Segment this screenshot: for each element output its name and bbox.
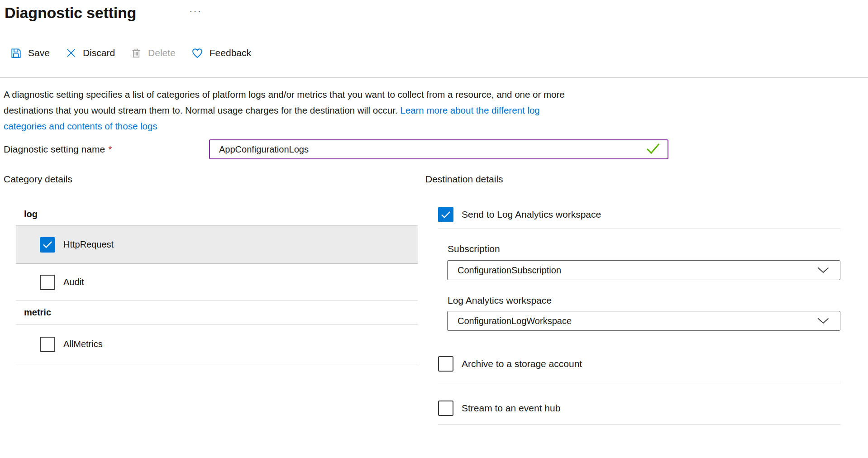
description-line: categories and contents of those logs (4, 118, 682, 134)
category-details-panel: log HttpRequest Audit metric AllMetrics (16, 203, 418, 364)
divider (438, 229, 840, 229)
archive-storage-label: Archive to a storage account (462, 358, 582, 369)
stream-event-hub-label: Stream to an event hub (462, 403, 560, 414)
archive-storage-row: Archive to a storage account (438, 356, 582, 372)
trash-can-icon (130, 47, 142, 59)
send-to-log-analytics-checkbox[interactable] (438, 207, 453, 222)
subscription-dropdown[interactable]: ConfigurationSubscription (447, 260, 840, 280)
subscription-label: Subscription (448, 243, 500, 254)
send-to-log-analytics-label: Send to Log Analytics workspace (462, 209, 601, 220)
log-analytics-workspace-label: Log Analytics workspace (448, 295, 552, 306)
diagnostic-setting-name-input[interactable] (219, 144, 640, 155)
allmetrics-label: AllMetrics (63, 339, 103, 349)
audit-label: Audit (63, 277, 84, 287)
send-to-log-analytics-row: Send to Log Analytics workspace (438, 206, 601, 223)
save-icon (10, 47, 22, 59)
discard-label: Discard (83, 48, 115, 58)
destination-details-panel: Send to Log Analytics workspace Subscrip… (438, 203, 840, 429)
feedback-button[interactable]: Feedback (189, 47, 253, 59)
diagnostic-setting-name-label: Diagnostic setting name * (4, 139, 112, 159)
x-mark-icon (65, 47, 77, 59)
log-analytics-workspace-dropdown[interactable]: ConfigurationLogWorkspace (447, 311, 840, 331)
category-details-title: Category details (4, 174, 72, 185)
save-label: Save (28, 48, 50, 58)
heart-icon (191, 47, 204, 59)
chevron-down-icon (817, 267, 829, 273)
command-bar: Save Discard Delete Feedback (8, 43, 253, 63)
feedback-label: Feedback (210, 48, 251, 58)
archive-storage-checkbox[interactable] (438, 356, 453, 372)
valid-check-icon (646, 143, 660, 156)
page-title: Diagnostic setting (5, 3, 136, 23)
more-options-button[interactable]: ··· (189, 5, 202, 18)
httprequest-checkbox[interactable] (40, 237, 55, 253)
save-button[interactable]: Save (8, 47, 52, 59)
httprequest-label: HttpRequest (63, 239, 114, 250)
description-text: A diagnostic setting specifies a list of… (4, 89, 565, 100)
delete-label: Delete (148, 48, 176, 58)
category-row-audit: Audit (16, 264, 418, 301)
description-text: destinations that you would stream them … (4, 105, 400, 115)
chevron-down-icon (817, 318, 829, 324)
category-group-log: log (16, 203, 418, 225)
ellipsis-icon: ··· (189, 5, 202, 17)
stream-event-hub-row: Stream to an event hub (438, 400, 560, 416)
category-row-httprequest: HttpRequest (16, 225, 418, 264)
description-line: A diagnostic setting specifies a list of… (4, 86, 682, 102)
allmetrics-checkbox[interactable] (40, 337, 55, 352)
divider (438, 383, 840, 383)
destination-details-title: Destination details (425, 174, 503, 185)
description-line: destinations that you would stream them … (4, 102, 682, 118)
subscription-value: ConfigurationSubscription (458, 265, 817, 276)
toolbar-divider (0, 77, 868, 78)
log-analytics-workspace-value: ConfigurationLogWorkspace (458, 316, 817, 326)
name-label-text: Diagnostic setting name (4, 144, 105, 155)
category-row-allmetrics: AllMetrics (16, 324, 418, 364)
discard-button[interactable]: Discard (63, 47, 117, 59)
required-asterisk: * (108, 144, 112, 155)
learn-more-link[interactable]: Learn more about the different log (400, 105, 539, 115)
stream-event-hub-checkbox[interactable] (438, 401, 453, 416)
divider (438, 424, 840, 425)
category-group-metric: metric (16, 301, 418, 324)
learn-more-link-continued[interactable]: categories and contents of those logs (4, 121, 157, 131)
audit-checkbox[interactable] (40, 275, 55, 290)
delete-button[interactable]: Delete (129, 47, 177, 59)
description: A diagnostic setting specifies a list of… (4, 86, 682, 134)
diagnostic-setting-name-field (209, 139, 668, 159)
